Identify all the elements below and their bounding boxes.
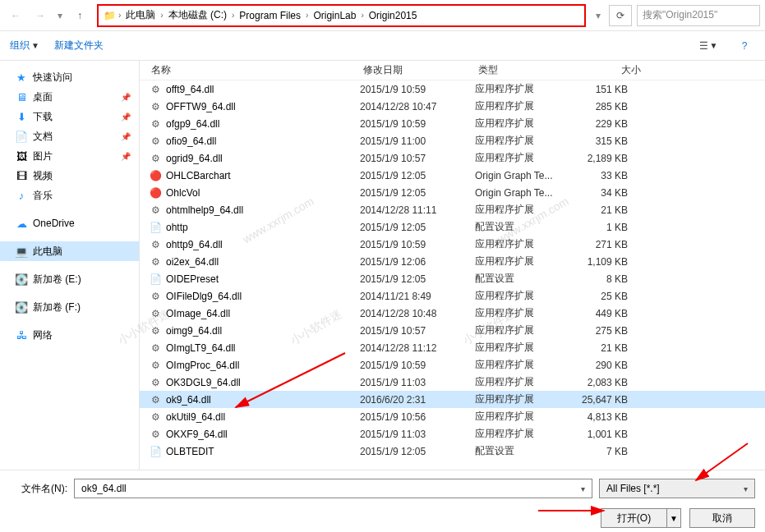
file-row[interactable]: ⚙OKXF9_64.dll2015/1/9 11:03应用程序扩展1,001 K… [140, 425, 765, 443]
file-type: 应用程序扩展 [475, 203, 570, 217]
file-row[interactable]: ⚙ok9_64.dll2016/6/20 2:31应用程序扩展25,647 KB [140, 391, 765, 408]
col-header-name[interactable]: 名称 [148, 63, 360, 77]
breadcrumb-segment[interactable]: Origin2015 [366, 10, 421, 21]
organize-button[interactable]: 组织▼ [10, 39, 39, 53]
file-name: OImage_64.dll [163, 308, 360, 319]
sidebar-item-label: 图片 [33, 149, 53, 163]
file-list-panel: 名称 修改日期 类型 大小 ⚙offt9_64.dll2015/1/9 10:5… [140, 61, 765, 470]
sidebar-documents[interactable]: 📄文档📌 [0, 126, 139, 146]
file-type: 应用程序扩展 [475, 117, 570, 131]
sidebar-network[interactable]: 🖧网络 [0, 325, 139, 345]
chevron-right-icon: › [304, 11, 310, 20]
col-header-type[interactable]: 类型 [475, 63, 570, 77]
file-icon: ⚙ [148, 83, 163, 96]
open-button[interactable]: 打开(O) [601, 508, 666, 528]
sidebar-volume-e[interactable]: 💽新加卷 (E:) [0, 269, 139, 289]
file-row[interactable]: ⚙okUtil9_64.dll2015/1/9 10:56应用程序扩展4,813… [140, 408, 765, 425]
file-icon: ⚙ [148, 290, 163, 303]
sidebar-item-label: 桌面 [33, 90, 53, 104]
view-options-button[interactable]: ☰▼ [698, 37, 719, 55]
file-icon: 📄 [148, 221, 163, 234]
file-row[interactable]: ⚙OIFileDlg9_64.dll2014/11/21 8:49应用程序扩展2… [140, 287, 765, 305]
sidebar-downloads[interactable]: ⬇下载📌 [0, 107, 139, 126]
help-button[interactable]: ? [734, 37, 755, 55]
file-row[interactable]: ⚙oimg9_64.dll2015/1/9 10:57应用程序扩展275 KB [140, 322, 765, 339]
nav-back-button[interactable]: ← [5, 5, 26, 26]
file-row[interactable]: 🔴OhlcVol2015/1/9 12:05Origin Graph Te...… [140, 184, 765, 201]
file-size: 1,109 KB [570, 256, 644, 268]
sidebar-quick-access[interactable]: ★快速访问 [0, 67, 139, 87]
chevron-down-icon[interactable]: ▾ [581, 484, 585, 493]
file-name: ohttp [163, 222, 360, 233]
file-row[interactable]: 📄OLBTEDIT2015/1/9 12:05配置设置7 KB [140, 443, 765, 460]
search-input[interactable]: 搜索"Origin2015" [637, 5, 760, 26]
file-icon: 📄 [148, 445, 163, 458]
pin-icon: 📌 [121, 93, 131, 102]
nav-history-dropdown[interactable]: ▾ [54, 5, 66, 26]
nav-up-button[interactable]: ↑ [69, 5, 90, 26]
col-header-size[interactable]: 大小 [570, 63, 644, 77]
file-row[interactable]: 🔴OHLCBarchart2015/1/9 12:05Origin Graph … [140, 167, 765, 184]
file-date: 2015/1/9 12:05 [360, 170, 475, 181]
breadcrumb[interactable]: 📁 › 此电脑 › 本地磁盘 (C:) › Program Files › Or… [97, 4, 586, 27]
filename-input[interactable]: ok9_64.dll ▾ [74, 479, 592, 498]
file-row[interactable]: ⚙offt9_64.dll2015/1/9 10:59应用程序扩展151 KB [140, 80, 765, 98]
breadcrumb-dropdown[interactable]: ▾ [592, 5, 604, 26]
file-name: ohttp9_64.dll [163, 239, 360, 250]
sidebar-music[interactable]: ♪音乐 [0, 186, 139, 205]
file-row[interactable]: ⚙OFFTW9_64.dll2014/12/28 10:47应用程序扩展285 … [140, 98, 765, 115]
drive-icon: 💽 [15, 273, 28, 286]
file-row[interactable]: ⚙ohtmlhelp9_64.dll2014/12/28 11:11应用程序扩展… [140, 201, 765, 218]
file-type: Origin Graph Te... [475, 170, 570, 181]
file-type: 应用程序扩展 [475, 358, 570, 372]
desktop-icon: 🖥 [15, 90, 28, 103]
sidebar-onedrive[interactable]: ☁OneDrive [0, 213, 139, 233]
network-icon: 🖧 [15, 328, 28, 342]
cancel-button[interactable]: 取消 [689, 508, 755, 528]
file-row[interactable]: ⚙ohttp9_64.dll2015/1/9 10:59应用程序扩展271 KB [140, 236, 765, 253]
sidebar-this-pc[interactable]: 💻此电脑 [0, 241, 139, 261]
file-row[interactable]: ⚙OImgLT9_64.dll2014/12/28 11:12应用程序扩展21 … [140, 339, 765, 356]
file-date: 2015/1/9 10:59 [360, 360, 475, 371]
file-row[interactable]: ⚙OK3DGL9_64.dll2015/1/9 11:03应用程序扩展2,083… [140, 374, 765, 391]
file-type: 应用程序扩展 [475, 289, 570, 303]
col-header-date[interactable]: 修改日期 [360, 63, 475, 77]
breadcrumb-segment[interactable]: 此电脑 [122, 8, 159, 22]
file-date: 2015/1/9 10:56 [360, 411, 475, 423]
file-type: 应用程序扩展 [475, 99, 570, 113]
chevron-down-icon: ▾ [744, 484, 748, 493]
sidebar-pictures[interactable]: 🖼图片📌 [0, 146, 139, 166]
filter-dropdown[interactable]: All Files [*.*] ▾ [599, 479, 755, 498]
sidebar-item-label: 网络 [33, 328, 53, 342]
sidebar-desktop[interactable]: 🖥桌面📌 [0, 87, 139, 107]
sidebar-videos[interactable]: 🎞视频 [0, 166, 139, 186]
file-name: ok9_64.dll [163, 394, 360, 406]
open-dropdown[interactable]: ▼ [666, 508, 681, 528]
file-size: 7 KB [570, 446, 644, 457]
breadcrumb-segment[interactable]: Program Files [236, 10, 304, 21]
file-row[interactable]: 📄OIDEPreset2015/1/9 12:05配置设置8 KB [140, 270, 765, 287]
dialog-bottom: 文件名(N): ok9_64.dll ▾ All Files [*.*] ▾ 打… [0, 470, 765, 532]
file-size: 21 KB [570, 204, 644, 216]
file-row[interactable]: 📄ohttp2015/1/9 12:05配置设置1 KB [140, 218, 765, 236]
file-row[interactable]: ⚙oi2ex_64.dll2015/1/9 12:06应用程序扩展1,109 K… [140, 253, 765, 270]
file-type: 应用程序扩展 [475, 392, 570, 406]
breadcrumb-segment[interactable]: 本地磁盘 (C:) [165, 8, 230, 22]
file-size: 2,189 KB [570, 153, 644, 164]
file-row[interactable]: ⚙OImage_64.dll2014/12/28 10:48应用程序扩展449 … [140, 305, 765, 322]
file-rows: ⚙offt9_64.dll2015/1/9 10:59应用程序扩展151 KB⚙… [140, 80, 765, 470]
sidebar-volume-f[interactable]: 💽新加卷 (F:) [0, 297, 139, 317]
file-type: 应用程序扩展 [475, 237, 570, 251]
nav-forward-button[interactable]: → [30, 5, 51, 26]
file-row[interactable]: ⚙OImgProc_64.dll2015/1/9 10:59应用程序扩展290 … [140, 356, 765, 374]
file-name: ogrid9_64.dll [163, 153, 360, 164]
file-row[interactable]: ⚙ofio9_64.dll2015/1/9 11:00应用程序扩展315 KB [140, 132, 765, 149]
refresh-button[interactable]: ⟳ [609, 5, 632, 26]
breadcrumb-segment[interactable]: OriginLab [310, 10, 359, 21]
file-date: 2015/1/9 12:05 [360, 273, 475, 285]
new-folder-button[interactable]: 新建文件夹 [54, 39, 104, 53]
file-name: OLBTEDIT [163, 446, 360, 457]
file-row[interactable]: ⚙ogrid9_64.dll2015/1/9 10:57应用程序扩展2,189 … [140, 149, 765, 167]
file-row[interactable]: ⚙ofgp9_64.dll2015/1/9 10:59应用程序扩展229 KB [140, 115, 765, 132]
search-placeholder: 搜索"Origin2015" [643, 8, 717, 22]
